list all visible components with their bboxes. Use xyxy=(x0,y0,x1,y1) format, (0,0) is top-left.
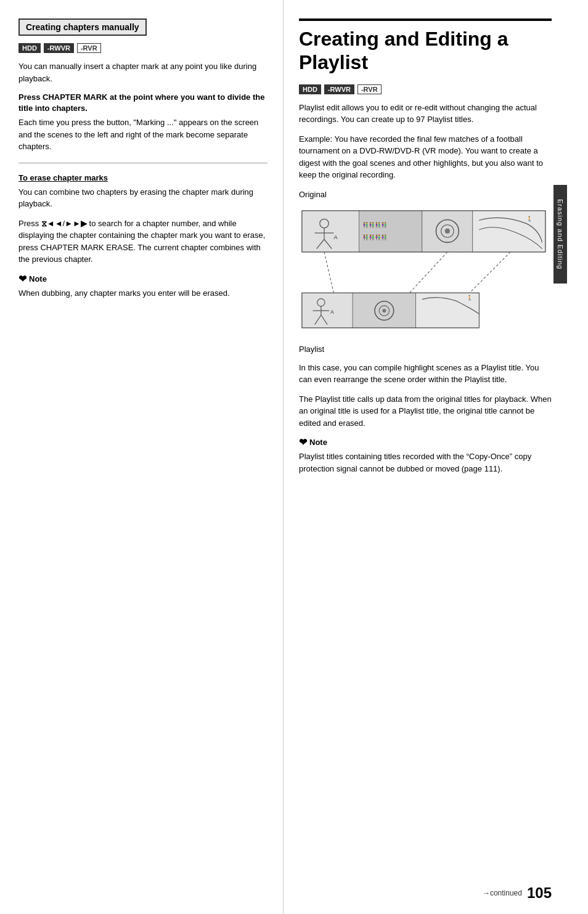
continued-text: →continued xyxy=(483,889,522,897)
right-intro1: Playlist edit allows you to edit or re-e… xyxy=(299,102,552,126)
left-badge-container: HDD -RWVR -RVR xyxy=(18,43,267,53)
right-body1: In this case, you can compile highlight … xyxy=(299,362,552,386)
svg-rect-4 xyxy=(473,211,545,252)
svg-rect-1 xyxy=(302,211,359,252)
svg-line-19 xyxy=(470,252,511,293)
svg-line-17 xyxy=(324,252,333,293)
side-tab-label: Erasing and Editing xyxy=(557,199,564,269)
left-note-section: ❤ Note When dubbing, any chapter marks y… xyxy=(18,273,267,300)
original-label: Original xyxy=(299,189,552,201)
svg-point-15 xyxy=(445,229,450,234)
svg-text:🚶: 🚶 xyxy=(526,216,533,222)
right-intro2: Example: You have recorded the final few… xyxy=(299,133,552,181)
right-note-section: ❤ Note Playlist titles containing titles… xyxy=(299,436,552,475)
page-footer: →continued 105 xyxy=(483,884,552,902)
svg-text:A: A xyxy=(330,309,334,315)
page-number: 105 xyxy=(527,884,552,902)
svg-point-32 xyxy=(382,309,386,312)
right-note-title: ❤ Note xyxy=(299,436,552,448)
illustration-area: A 👫👫👫👫 👫👫👫👫 🚶 xyxy=(299,208,552,336)
erase-body2: Press ⧖◄◄/►►▶ to search for a chapter nu… xyxy=(18,218,267,266)
svg-line-18 xyxy=(409,252,447,293)
right-column: Creating and Editing a Playlist HDD -RWV… xyxy=(284,0,567,914)
note-icon: ❤ xyxy=(18,273,27,285)
svg-text:👫👫👫👫: 👫👫👫👫 xyxy=(362,222,388,229)
svg-rect-2 xyxy=(359,211,422,252)
right-body2: The Playlist title calls up data from th… xyxy=(299,393,552,430)
badge-rvr: -RVR xyxy=(77,43,101,53)
right-badge-rvr: -RVR xyxy=(357,84,382,94)
left-sub-heading: Press CHAPTER MARK at the point where yo… xyxy=(18,92,267,114)
illustration-svg: A 👫👫👫👫 👫👫👫👫 🚶 xyxy=(299,208,552,334)
svg-text:A: A xyxy=(333,235,338,241)
side-tab: Erasing and Editing xyxy=(553,185,567,284)
erase-body1: You can combine two chapters by erasing … xyxy=(18,186,267,210)
svg-text:🚶: 🚶 xyxy=(467,295,473,301)
right-badge-container: HDD -RWVR -RVR xyxy=(299,84,552,94)
left-note-body: When dubbing, any chapter marks you ente… xyxy=(18,287,267,300)
left-intro-text: You can manually insert a chapter mark a… xyxy=(18,60,267,84)
left-column: Creating chapters manually HDD -RWVR -RV… xyxy=(0,0,284,914)
right-note-icon: ❤ xyxy=(299,436,307,448)
badge-rwvr: -RWVR xyxy=(44,43,74,53)
playlist-label: Playlist xyxy=(299,343,552,356)
right-badge-hdd: HDD xyxy=(299,84,321,94)
page-container: Creating chapters manually HDD -RWVR -RV… xyxy=(0,0,588,914)
left-section-title: Creating chapters manually xyxy=(18,18,147,36)
erase-heading: To erase chapter marks xyxy=(18,173,267,182)
right-badge-rwvr: -RWVR xyxy=(324,84,354,94)
left-note-title: ❤ Note xyxy=(18,273,267,285)
main-title: Creating and Editing a Playlist xyxy=(299,18,552,75)
svg-text:👫👫👫👫: 👫👫👫👫 xyxy=(362,235,388,242)
left-sub-heading-body: Each time you press the button, "Marking… xyxy=(18,116,267,153)
left-divider xyxy=(18,163,267,163)
right-note-body: Playlist titles containing titles record… xyxy=(299,451,552,475)
badge-hdd: HDD xyxy=(18,43,41,53)
